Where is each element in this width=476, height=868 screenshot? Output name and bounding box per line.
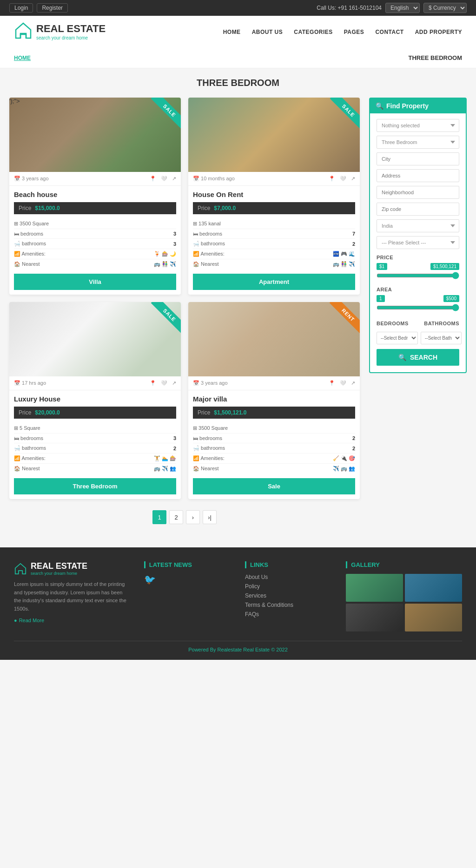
powered-by-text: Powered By [188, 647, 216, 652]
search-button[interactable]: 🔍 SEARCH [377, 349, 459, 366]
favorite-icon-2[interactable]: 🤍 [340, 176, 346, 182]
nav-home[interactable]: HOME [223, 29, 241, 35]
nearest-row-1: 🏠 Nearest 🚌 👫 ✈️ [14, 259, 176, 269]
footer-links-section: LINKS About Us Policy Services Terms & C… [245, 561, 332, 631]
area-range-input[interactable] [377, 304, 459, 311]
beds-label-3: 🛏 bedrooms [14, 435, 43, 441]
price-label-4: Price [198, 409, 210, 416]
latest-news-title: LATEST NEWS [144, 561, 231, 568]
location-icon-4[interactable]: 📍 [329, 380, 335, 386]
search-icon: 🔍 [376, 102, 383, 110]
find-property-box: 🔍 Find Property Nothing selected Three B… [369, 98, 467, 373]
type-select[interactable]: Nothing selected Three Bedroom Villa Apa… [377, 119, 459, 132]
currency-select[interactable]: $ Currency [423, 3, 467, 13]
nav-about[interactable]: ABOUT US [252, 29, 283, 35]
nav-add-property[interactable]: ADD PROPERTY [415, 29, 462, 35]
page-next-btn[interactable]: › [186, 510, 200, 524]
footer-link-about[interactable]: About Us [245, 574, 332, 580]
main-content: THREE BEDROOM ');"> SALE 📅 3 years ago [0, 68, 476, 533]
amenities-icons-3: 🏋️ 🏊 🎰 [154, 455, 176, 461]
category-btn-4[interactable]: Sale [193, 478, 355, 494]
nav-pages[interactable]: PAGES [344, 29, 364, 35]
zipcode-input[interactable] [377, 203, 459, 216]
nav-contact[interactable]: CONTACT [375, 29, 403, 35]
nearest-label-3: 🏠 Nearest [14, 466, 40, 472]
footer-gallery-section: GALLERY [346, 561, 462, 631]
location-icon-3[interactable]: 📍 [150, 380, 156, 386]
twitter-icon[interactable]: 🐦 [144, 574, 231, 585]
beds-baths-labels: BEDROOMS BATHROOMS [377, 319, 459, 329]
property-image-1: ');"> [9, 98, 181, 172]
beds-row-4: 🛏 bedrooms 2 [193, 434, 355, 443]
footer-link-services[interactable]: Services [245, 592, 332, 599]
baths-val-3: 2 [173, 446, 176, 451]
category-btn-1[interactable]: Villa [14, 274, 176, 290]
register-button[interactable]: Register [37, 3, 68, 13]
footer-link-faqs[interactable]: FAQs [245, 611, 332, 618]
bedrooms-select[interactable]: --Select Bedr 1 2 3 4+ [377, 332, 418, 344]
category-select[interactable]: Three Bedroom [377, 136, 459, 149]
category-btn-3[interactable]: Three Bedroom [14, 478, 176, 494]
login-button[interactable]: Login [9, 3, 33, 13]
beds-val-3: 3 [173, 435, 176, 441]
city-input[interactable] [377, 152, 459, 165]
property-card-2: SALE 📅 10 months ago 📍 🤍 ↗ House On Rent [188, 98, 360, 295]
beds-val-1: 3 [173, 231, 176, 237]
area-label-1: ⊞ 3500 Square [14, 221, 49, 227]
gallery-thumb-4 [405, 604, 462, 631]
page-btn-2[interactable]: 2 [169, 510, 183, 524]
card-meta-1: 📅 3 years ago 📍 🤍 ↗ [9, 172, 181, 186]
card-meta-icons-1: 📍 🤍 ↗ [150, 176, 176, 182]
nav-categories[interactable]: CATEGORIES [294, 29, 332, 35]
bathrooms-label: BATHROOMS [424, 321, 459, 326]
favorite-icon-1[interactable]: 🤍 [161, 176, 167, 182]
page-last-btn[interactable]: ›| [203, 510, 217, 524]
card-details-4: ⊞ 3500 Square 🛏 bedrooms 2 🛁 bathrooms 2 [193, 423, 355, 473]
breadcrumb-home[interactable]: HOME [14, 55, 31, 61]
footer-grid: REAL ESTATE search your dream home Lorem… [14, 561, 462, 631]
amenities-row-3: 📶 Amenities: 🏋️ 🏊 🎰 [14, 454, 176, 464]
footer-link-policy[interactable]: Policy [245, 583, 332, 590]
share-icon-1[interactable]: ↗ [172, 176, 176, 182]
share-icon-4[interactable]: ↗ [351, 380, 355, 386]
card-details-2: ⊞ 135 kanal 🛏 bedrooms 7 🛁 bathrooms 2 [193, 219, 355, 269]
top-bar-left: Login Register [9, 3, 68, 13]
page-btn-1[interactable]: 1 [152, 510, 166, 524]
amenities-icons-1: 🍹 🎰 🌙 [154, 251, 176, 257]
share-icon-2[interactable]: ↗ [351, 176, 355, 182]
baths-label-3: 🛁 bathrooms [14, 445, 46, 451]
category-btn-2[interactable]: Apartment [193, 274, 355, 290]
price-range-input[interactable] [377, 272, 459, 279]
location-icon-1[interactable]: 📍 [150, 176, 156, 182]
card-meta-4: 📅 3 years ago 📍 🤍 ↗ [188, 376, 360, 390]
card-body-1: Beach house Price $15,000.0 ⊞ 3500 Squar… [9, 186, 181, 295]
footer-link-terms[interactable]: Terms & Conditions [245, 602, 332, 608]
address-input[interactable] [377, 169, 459, 182]
favorite-icon-4[interactable]: 🤍 [340, 380, 346, 386]
footer-about: REAL ESTATE search your dream home Lorem… [14, 561, 130, 631]
price-value-4: $1,500,121.0 [214, 409, 246, 416]
main-nav: HOME ABOUT US CATEGORIES PAGES CONTACT A… [223, 29, 462, 35]
price-label-sidebar: PRICE [377, 255, 459, 260]
bathrooms-select[interactable]: --Select Bath 1 2 3 4+ [421, 332, 462, 344]
beds-row-3: 🛏 bedrooms 3 [14, 434, 176, 443]
price-label-1: Price [19, 205, 31, 211]
read-more-link[interactable]: ● Read More [14, 618, 130, 623]
page-title: THREE BEDROOM [9, 78, 467, 88]
share-icon-3[interactable]: ↗ [172, 380, 176, 386]
price-value-1: $15,000.0 [35, 205, 60, 211]
logo-name: REAL ESTATE [36, 23, 106, 35]
bedrooms-label: BEDROOMS [377, 321, 409, 326]
brand-link[interactable]: Realestate [218, 647, 242, 652]
favorite-icon-3[interactable]: 🤍 [161, 380, 167, 386]
area-label-2: ⊞ 135 kanal [193, 221, 221, 227]
area-max-badge: $500 [443, 295, 459, 302]
location-icon-2[interactable]: 📍 [329, 176, 335, 182]
country-select[interactable]: India USA UK [377, 219, 459, 232]
card-title-1: Beach house [14, 191, 176, 198]
card-price-4: Price $1,500,121.0 [193, 407, 355, 419]
footer-logo-text: REAL ESTATE search your dream home [31, 561, 87, 576]
please-select[interactable]: --- Please Select --- [377, 236, 459, 249]
language-select[interactable]: English [385, 3, 420, 13]
neighborhood-input[interactable] [377, 186, 459, 199]
